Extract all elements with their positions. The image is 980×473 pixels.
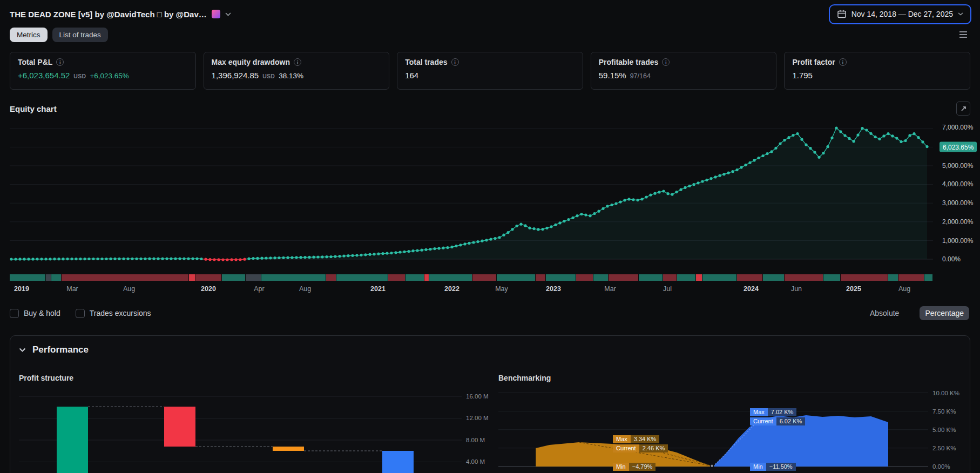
card-secondary: +6,023.65% [90, 72, 129, 80]
orange-min-badge: Min−4.79% [613, 463, 655, 471]
badge-label: Current [613, 444, 639, 452]
benchmarking-chart[interactable]: 10.00 K% 7.50 K% 5.00 K% 2.50 K% 0.00% M… [498, 392, 961, 473]
orange-current-badge: Current2.46 K% [613, 444, 668, 452]
x-axis-label: Apr [254, 285, 264, 293]
x-axis-label: 2019 [14, 285, 29, 293]
y-axis-label: 0.00% [942, 255, 961, 263]
trade-segment [261, 274, 326, 281]
trade-segment [763, 274, 785, 281]
strategy-title-group[interactable]: THE DEAD ZONE [v5] by @DavidTech □ by @D… [10, 10, 231, 19]
badge-label: Min [750, 463, 766, 471]
x-axis-label: Aug [123, 285, 135, 293]
checkbox-icon [76, 309, 85, 318]
checkbox-label: Trades excursions [90, 309, 151, 317]
y-axis-label: 8.00 M [466, 437, 485, 443]
badge-label: Max [750, 408, 768, 416]
metrics-cards: Total P&Li +6,023,654.52USD+6,023.65% Ma… [0, 52, 980, 90]
report-layout-icon[interactable] [957, 29, 969, 40]
x-axis-label: 2025 [846, 285, 861, 293]
blue-max-badge: Max7.02 K% [750, 408, 796, 416]
card-profit-factor: Profit factori 1.795 [784, 52, 970, 90]
orange-max-badge: Max3.34 K% [613, 435, 659, 443]
trade-segment [429, 274, 472, 281]
card-secondary: 38.13% [279, 72, 303, 80]
date-range-picker[interactable]: Nov 14, 2018 — Dec 27, 2025 [829, 4, 971, 24]
card-title: Total trades [405, 58, 447, 66]
checkbox-label: Buy & hold [24, 309, 60, 317]
trade-segment [51, 274, 62, 281]
badge-label: Max [613, 435, 631, 443]
backtest-report: THE DEAD ZONE [v5] by @DavidTech □ by @D… [0, 0, 980, 473]
strategy-badge-icon [212, 10, 220, 18]
profit-structure-chart[interactable]: 16.00 M 12.00 M 8.00 M 4.00 M [19, 392, 498, 473]
performance-header[interactable]: Performance [19, 344, 138, 355]
y-axis-label: 1,000.00% [942, 237, 973, 245]
x-axis-label: Mar [604, 285, 616, 293]
y-axis-label: 5.00 K% [932, 427, 956, 433]
chevron-down-icon[interactable] [225, 12, 231, 16]
trade-segment [62, 274, 189, 281]
x-axis-label: 2024 [744, 285, 759, 293]
benchmarking-title: Benchmarking [498, 374, 961, 382]
tab-list-of-trades[interactable]: List of trades [52, 28, 108, 42]
card-value: 164 [405, 71, 418, 80]
percentage-toggle[interactable]: Percentage [920, 306, 969, 320]
info-icon[interactable]: i [451, 58, 459, 66]
currency-label: USD [73, 73, 86, 79]
y-axis-label: 2,000.00% [942, 218, 973, 226]
tab-metrics[interactable]: Metrics [10, 28, 48, 42]
y-axis-label: 4,000.00% [942, 180, 973, 188]
y-axis-label: 4.00 M [466, 458, 485, 465]
card-value: 1.795 [792, 71, 813, 80]
info-icon[interactable]: i [294, 58, 301, 66]
trade-segment [326, 274, 336, 281]
info-icon[interactable]: i [839, 58, 847, 66]
y-axis-label: 3,000.00% [942, 199, 973, 207]
card-title: Profitable trades [599, 58, 658, 66]
trade-segment [576, 274, 593, 281]
trade-segment [10, 274, 46, 281]
y-axis-label: 7,000.00% [942, 124, 973, 131]
badge-label: Current [750, 417, 776, 425]
equity-chart-title: Equity chart [10, 104, 57, 113]
trade-segment [898, 274, 924, 281]
x-axis-label: 2022 [444, 285, 459, 293]
y-axis-label: 12.00 M [466, 415, 489, 421]
info-icon[interactable]: i [56, 58, 64, 66]
profit-structure-panel: Profit structure 16.00 M 12.00 M 8.00 M … [19, 374, 498, 473]
chart-controls: Buy & hold Trades excursions Absolute Pe… [0, 305, 980, 321]
badge-value: −4.79% [629, 463, 656, 471]
info-icon[interactable]: i [662, 58, 670, 66]
trade-segment [639, 274, 663, 281]
card-title: Total P&L [18, 58, 52, 66]
performance-section: Performance Profit structure 16.00 M 12.… [10, 335, 970, 473]
trade-segment [677, 274, 696, 281]
trade-segment [841, 274, 888, 281]
trade-segment [546, 274, 576, 281]
x-axis-label: 2023 [546, 285, 561, 293]
blue-current-badge: Current6.02 K% [750, 417, 805, 425]
trades-excursions-checkbox[interactable]: Trades excursions [76, 309, 151, 318]
card-total-trades: Total tradesi 164 [397, 52, 583, 90]
profit-structure-title: Profit structure [19, 374, 498, 382]
date-range-text: Nov 14, 2018 — Dec 27, 2025 [851, 10, 953, 18]
chevron-down-icon [958, 12, 963, 16]
topbar: THE DEAD ZONE [v5] by @DavidTech □ by @D… [0, 0, 980, 25]
x-axis-label: Jun [791, 285, 802, 293]
badge-value: 2.46 K% [639, 444, 668, 452]
y-axis-label: 7.50 K% [932, 408, 956, 415]
checkbox-icon [10, 309, 19, 318]
equity-x-axis: 2019MarAug2020AprAug20212022May2023MarJu… [0, 285, 980, 294]
collapse-chevron-icon [19, 348, 26, 352]
badge-value: 7.02 K% [768, 408, 797, 416]
trade-segment [336, 274, 388, 281]
y-axis-label: 5,000.00% [942, 162, 973, 170]
equity-chart-plot[interactable]: 7,000.00% 6,023.65% 5,000.00% 4,000.00% … [0, 121, 980, 262]
trades-result-strip [10, 274, 933, 281]
trade-segment [46, 274, 51, 281]
performance-title: Performance [32, 344, 89, 355]
trade-segment [424, 274, 430, 281]
expand-icon[interactable] [956, 102, 970, 116]
buy-hold-checkbox[interactable]: Buy & hold [10, 309, 60, 318]
absolute-toggle[interactable]: Absolute [864, 306, 904, 320]
